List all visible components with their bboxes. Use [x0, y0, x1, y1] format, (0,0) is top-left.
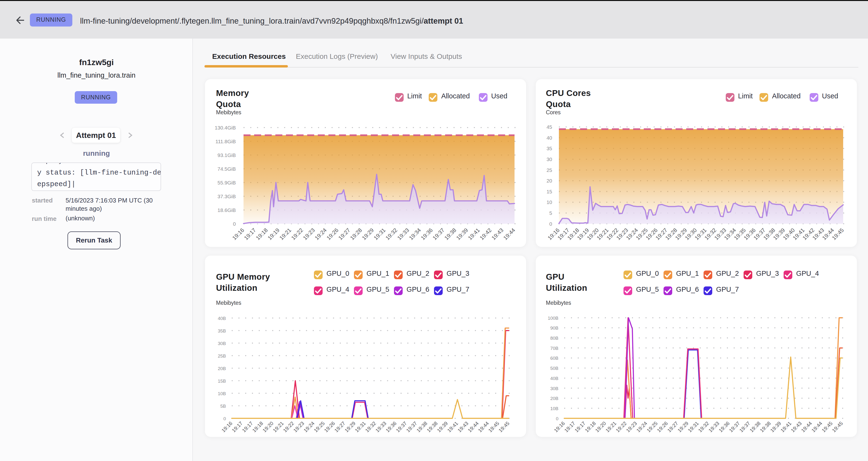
- svg-text:93.1GiB: 93.1GiB: [217, 152, 236, 158]
- svg-text:19:36: 19:36: [420, 227, 434, 241]
- svg-text:19:45: 19:45: [487, 421, 500, 433]
- svg-text:111.8GiB: 111.8GiB: [216, 139, 236, 144]
- svg-text:19:37: 19:37: [405, 421, 418, 433]
- svg-text:19:44: 19:44: [502, 227, 516, 241]
- svg-text:19:43: 19:43: [790, 421, 803, 433]
- svg-text:55.9GiB: 55.9GiB: [217, 180, 236, 185]
- svg-text:19:17: 19:17: [563, 421, 576, 433]
- svg-text:19:37: 19:37: [738, 421, 751, 433]
- svg-text:19:20: 19:20: [261, 421, 274, 433]
- svg-text:19:39: 19:39: [455, 227, 469, 241]
- svg-text:19:32: 19:32: [697, 421, 710, 433]
- svg-text:18.6GiB: 18.6GiB: [217, 207, 236, 213]
- svg-text:19:24: 19:24: [313, 227, 328, 241]
- svg-text:19:45: 19:45: [821, 421, 834, 433]
- svg-text:19:23: 19:23: [302, 227, 316, 241]
- svg-text:19:44: 19:44: [800, 420, 813, 433]
- svg-text:19:42: 19:42: [478, 227, 493, 241]
- svg-text:19:44: 19:44: [477, 420, 490, 433]
- svg-text:19:32: 19:32: [384, 227, 399, 241]
- svg-text:60B: 60B: [550, 356, 558, 361]
- svg-text:19:27: 19:27: [666, 421, 679, 433]
- svg-text:15B: 15B: [218, 378, 226, 383]
- svg-text:19:29: 19:29: [361, 227, 375, 241]
- svg-text:19:18: 19:18: [584, 421, 597, 433]
- svg-text:19:36: 19:36: [384, 421, 397, 433]
- svg-text:5: 5: [549, 210, 552, 216]
- svg-text:25B: 25B: [218, 354, 226, 359]
- svg-text:45: 45: [547, 124, 552, 130]
- svg-text:19:41: 19:41: [467, 227, 481, 241]
- svg-text:19:37: 19:37: [431, 227, 445, 241]
- svg-text:20B: 20B: [550, 396, 558, 401]
- svg-text:19:26: 19:26: [323, 421, 336, 433]
- svg-text:80B: 80B: [550, 336, 558, 341]
- svg-text:19:38: 19:38: [749, 421, 762, 433]
- svg-text:19:28: 19:28: [349, 227, 363, 241]
- svg-text:40B: 40B: [218, 316, 226, 321]
- svg-text:10: 10: [547, 199, 552, 205]
- svg-text:19:26: 19:26: [656, 421, 669, 433]
- svg-text:19:23: 19:23: [292, 421, 305, 433]
- svg-text:19:38: 19:38: [426, 421, 439, 433]
- svg-text:35B: 35B: [218, 328, 226, 334]
- svg-text:19:45: 19:45: [497, 421, 510, 433]
- svg-text:19:16: 19:16: [220, 421, 233, 433]
- svg-text:19:27: 19:27: [337, 227, 351, 241]
- svg-text:19:39: 19:39: [769, 421, 782, 433]
- svg-text:30B: 30B: [218, 341, 226, 346]
- svg-text:19:43: 19:43: [490, 227, 505, 241]
- svg-text:40: 40: [547, 135, 552, 141]
- svg-text:19:25: 19:25: [646, 421, 658, 433]
- svg-text:19:31: 19:31: [373, 227, 387, 241]
- svg-text:19:20: 19:20: [594, 421, 607, 433]
- svg-text:19:37: 19:37: [728, 421, 741, 433]
- svg-text:40B: 40B: [550, 376, 558, 381]
- svg-text:19:22: 19:22: [290, 227, 304, 241]
- svg-text:0: 0: [223, 416, 226, 421]
- svg-text:19:21: 19:21: [604, 421, 617, 433]
- svg-text:19:31: 19:31: [354, 421, 367, 433]
- svg-text:25: 25: [547, 167, 552, 173]
- svg-text:37.3GiB: 37.3GiB: [217, 194, 236, 199]
- svg-text:19:37: 19:37: [395, 421, 408, 433]
- svg-text:19:19: 19:19: [267, 227, 281, 241]
- svg-text:19:44: 19:44: [810, 420, 824, 433]
- svg-text:50B: 50B: [550, 366, 558, 371]
- svg-text:19:23: 19:23: [625, 421, 638, 433]
- svg-text:90B: 90B: [550, 326, 558, 331]
- svg-text:100B: 100B: [548, 316, 558, 321]
- svg-text:19:17: 19:17: [243, 227, 257, 241]
- svg-text:19:32: 19:32: [364, 421, 377, 433]
- svg-text:19:21: 19:21: [278, 227, 292, 241]
- svg-text:19:18: 19:18: [251, 421, 264, 433]
- svg-text:0: 0: [556, 416, 558, 421]
- svg-text:70B: 70B: [550, 346, 558, 351]
- svg-text:30: 30: [547, 156, 552, 162]
- svg-text:19:26: 19:26: [325, 227, 340, 241]
- svg-text:19:16: 19:16: [553, 421, 566, 433]
- svg-text:0: 0: [549, 221, 552, 227]
- svg-text:19:22: 19:22: [282, 421, 295, 433]
- svg-text:19:39: 19:39: [436, 421, 449, 433]
- svg-text:35: 35: [547, 146, 552, 151]
- svg-text:19:36: 19:36: [718, 421, 731, 433]
- svg-text:19:43: 19:43: [457, 421, 469, 433]
- svg-text:5B: 5B: [220, 404, 226, 409]
- svg-text:19:38: 19:38: [759, 421, 772, 433]
- svg-text:19:29: 19:29: [677, 421, 689, 433]
- svg-text:19:41: 19:41: [779, 421, 792, 433]
- svg-text:19:24: 19:24: [635, 420, 648, 433]
- svg-text:19:33: 19:33: [396, 227, 410, 241]
- svg-text:10B: 10B: [218, 391, 226, 396]
- svg-text:10B: 10B: [550, 406, 558, 411]
- svg-text:19:27: 19:27: [334, 421, 346, 433]
- svg-text:20: 20: [547, 178, 552, 183]
- svg-text:19:21: 19:21: [272, 421, 284, 433]
- svg-text:19:25: 19:25: [313, 421, 326, 433]
- svg-text:19:38: 19:38: [443, 227, 457, 241]
- svg-text:0: 0: [233, 221, 236, 227]
- svg-text:30B: 30B: [550, 386, 558, 391]
- svg-text:74.5GiB: 74.5GiB: [217, 166, 236, 172]
- svg-text:19:34: 19:34: [408, 227, 422, 241]
